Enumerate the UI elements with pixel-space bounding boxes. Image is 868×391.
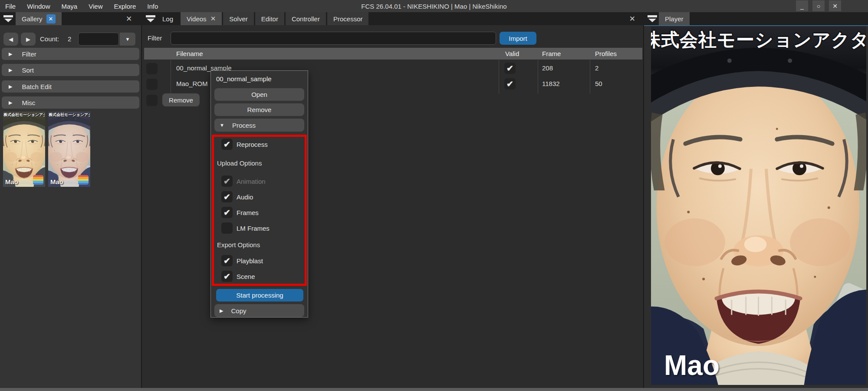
tab-processor[interactable]: Processor: [327, 12, 369, 25]
player-tabbar: Player: [644, 12, 868, 25]
checkbox-checked[interactable]: ✔: [221, 271, 233, 282]
close-gallery-tab-icon[interactable]: ✕: [46, 14, 56, 23]
gallery-thumbnail[interactable]: 株式会社モーションアクター Mao: [48, 112, 90, 187]
tab-editor[interactable]: Editor: [255, 12, 284, 25]
copy-section-header[interactable]: ▶ Copy: [214, 304, 304, 317]
column-frame[interactable]: Frame: [542, 50, 561, 57]
gallery-thumbnail[interactable]: 株式会社モーションアクター Mao: [3, 112, 45, 187]
menu-item-maya[interactable]: Maya: [62, 3, 78, 10]
prev-icon: ◀: [9, 36, 13, 43]
check-icon: ✔: [224, 140, 230, 149]
rainbow-profile-icon: [33, 175, 43, 185]
tab-videos-label: Videos: [187, 15, 207, 23]
remove-button-label: Remove: [169, 96, 193, 104]
section-misc[interactable]: ▶ Misc: [2, 96, 139, 109]
tab-controller[interactable]: Controller: [286, 12, 326, 25]
chevron-down-icon: ▼: [125, 36, 130, 42]
center-tabs: Log Videos ✕ Solver Editor Controller Pr…: [156, 12, 368, 25]
close-videos-tab-icon[interactable]: ✕: [210, 15, 216, 23]
check-icon: ✔: [506, 64, 513, 73]
checkbox-checked[interactable]: ✔: [221, 207, 233, 218]
video-player[interactable]: 株式会社モーションアクター Mao: [651, 26, 866, 385]
menu-item-window[interactable]: Window: [27, 3, 50, 10]
section-filter[interactable]: ▶ Filter: [2, 48, 139, 60]
tab-solver-label: Solver: [229, 15, 248, 23]
check-icon: ✔: [506, 80, 513, 88]
collapse-arrow-icon: ▼: [220, 123, 224, 128]
column-profiles[interactable]: Profiles: [595, 50, 617, 57]
checkbox-checked[interactable]: ✔: [221, 191, 233, 202]
row-select-checkbox[interactable]: [146, 79, 158, 90]
table-header: Filename Valid Frame Profiles: [144, 48, 642, 60]
close-panel-icon[interactable]: ✕: [629, 14, 635, 23]
row-select-checkbox[interactable]: [146, 63, 158, 74]
gallery-dropdown-button[interactable]: ▼: [120, 33, 135, 46]
start-processing-button[interactable]: Start processing: [216, 289, 303, 302]
option-label: Playblast: [237, 257, 263, 265]
tab-controller-label: Controller: [292, 15, 320, 23]
expand-arrow-icon: ▶: [9, 84, 12, 89]
minimize-button[interactable]: _: [796, 0, 808, 11]
panel-menu-funnel-icon[interactable]: [146, 15, 155, 22]
column-valid[interactable]: Valid: [505, 50, 519, 57]
menu-item-file[interactable]: File: [5, 3, 16, 10]
context-menu: 00_normal_sample Open Remove ▼ Process ✔…: [210, 70, 308, 318]
open-button[interactable]: Open: [214, 88, 304, 101]
process-section-header[interactable]: ▼ Process: [214, 119, 304, 132]
check-icon: ✔: [224, 177, 230, 186]
checkbox-unchecked[interactable]: [221, 222, 233, 234]
select-all-checkbox[interactable]: [146, 95, 158, 106]
next-icon: ▶: [26, 36, 30, 43]
remove-selected-button[interactable]: Remove: [162, 93, 200, 106]
option-frames[interactable]: ✔ Frames: [221, 207, 259, 218]
tab-log[interactable]: Log: [156, 12, 179, 25]
close-window-button[interactable]: ✕: [829, 0, 841, 11]
option-scene[interactable]: ✔ Scene: [221, 271, 255, 282]
option-animation: ✔ Animation: [221, 176, 266, 187]
option-label: LM Frames: [237, 225, 270, 232]
section-batch-edit[interactable]: ▶ Batch Edit: [2, 80, 139, 93]
panel-menu-funnel-icon[interactable]: [3, 15, 13, 22]
close-panel-icon[interactable]: ✕: [126, 14, 132, 23]
export-options-header: Export Options: [217, 241, 260, 249]
tab-player[interactable]: Player: [659, 12, 690, 25]
cell-profiles: 50: [595, 80, 602, 87]
check-icon: ✔: [224, 257, 230, 265]
tab-solver[interactable]: Solver: [223, 12, 254, 25]
option-reprocess[interactable]: ✔ Reprocess: [221, 139, 268, 150]
cell-filename: Mao_ROM: [176, 80, 208, 87]
checkbox-checked[interactable]: ✔: [221, 255, 233, 266]
menu-bar: File Window Maya View Explore Info FCS 2…: [0, 0, 868, 12]
menu-item-view[interactable]: View: [89, 3, 102, 10]
gallery-tabbar: Gallery ✕ ✕: [0, 12, 141, 25]
next-page-button[interactable]: ▶: [21, 33, 36, 46]
tab-gallery-label: Gallery: [22, 15, 43, 23]
expand-arrow-icon: ▶: [9, 67, 12, 73]
menu-item-explore[interactable]: Explore: [114, 3, 136, 10]
remove-button-label: Remove: [247, 106, 272, 113]
remove-button[interactable]: Remove: [214, 103, 304, 116]
option-lm-frames[interactable]: LM Frames: [221, 222, 270, 234]
column-filename[interactable]: Filename: [176, 50, 203, 57]
tab-videos[interactable]: Videos ✕: [181, 12, 222, 25]
option-audio[interactable]: ✔ Audio: [221, 191, 253, 202]
option-playblast[interactable]: ✔ Playblast: [221, 255, 263, 266]
rainbow-profile-icon: [78, 175, 89, 185]
panel-menu-funnel-icon[interactable]: [648, 15, 657, 22]
section-sort[interactable]: ▶ Sort: [2, 64, 139, 76]
menu-item-info[interactable]: Info: [147, 3, 158, 10]
thumbnail-caption: 株式会社モーションアクター: [3, 112, 45, 118]
maximize-button[interactable]: ○: [812, 0, 825, 11]
checkbox-checked[interactable]: ✔: [221, 139, 233, 150]
section-batch-edit-label: Batch Edit: [22, 83, 51, 90]
filter-input[interactable]: [171, 32, 496, 45]
window-bottom-edge: [0, 388, 868, 391]
check-icon: ✔: [224, 193, 230, 201]
gallery-filter-field[interactable]: [78, 33, 119, 46]
checkbox-checked: ✔: [221, 176, 233, 187]
tab-gallery[interactable]: Gallery ✕: [16, 12, 62, 25]
section-misc-label: Misc: [22, 99, 35, 106]
prev-page-button[interactable]: ◀: [3, 33, 18, 46]
tab-log-label: Log: [162, 15, 173, 23]
import-button[interactable]: Import: [500, 32, 536, 45]
